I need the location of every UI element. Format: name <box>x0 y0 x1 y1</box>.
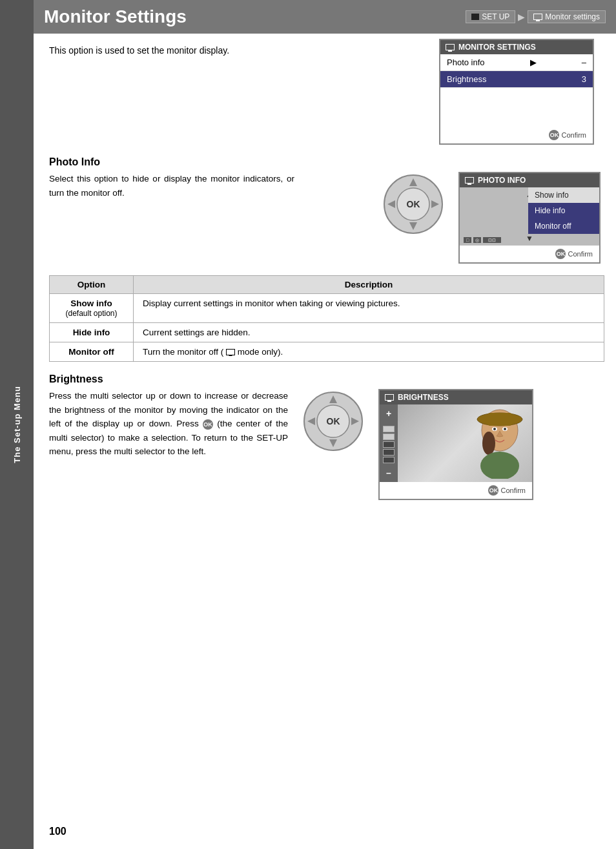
monitor-settings-title: MONITOR SETTINGS <box>458 43 536 52</box>
table-cell-monitor-off-desc: Turn the monitor off ( mode only). <box>134 342 604 362</box>
preview-icon-3: ⊡⊡ <box>483 237 501 243</box>
sidebar: The Set-up Menu <box>0 0 34 849</box>
menu-row-photo-info-value: – <box>582 58 586 67</box>
header-bar: Monitor Settings SET UP ▶ Monitor settin… <box>34 0 616 34</box>
photo-info-heading: Photo Info <box>49 156 601 168</box>
monitor-settings-screenshot: MONITOR SETTINGS Photo info ▶ – Brightne… <box>439 39 594 145</box>
col-description: Description <box>134 276 604 294</box>
monitor-settings-body: Photo info ▶ – Brightness 3 <box>440 54 593 127</box>
brightness-image-area: + – <box>380 404 532 482</box>
monitor-settings-header: MONITOR SETTINGS <box>440 40 593 54</box>
brightness-confirm-label: Confirm <box>500 487 526 494</box>
photo-info-body: Select this option to hide or display th… <box>49 172 294 200</box>
page-number: 100 <box>49 826 67 837</box>
face-sketch-svg <box>464 408 529 479</box>
bar-seg-5 <box>383 457 395 463</box>
photo-info-menu-overlay: Show info Hide info Monitor off <box>528 187 599 246</box>
table-cell-monitor-off-option: Monitor off <box>50 342 134 362</box>
hide-info-label: Hide info <box>73 328 110 337</box>
bar-seg-3 <box>383 441 395 448</box>
photo-info-left: Select this option to hide or display th… <box>49 172 368 200</box>
ok-dial-brightness: OK <box>301 389 365 454</box>
photo-info-section: Photo Info Select this option to hide or… <box>49 156 601 264</box>
brightness-screenshot: BRIGHTNESS + <box>378 389 533 500</box>
setup-icon <box>471 14 479 20</box>
preview-bottom-icons: □ ◎ ⊡⊡ <box>464 237 501 243</box>
menu-empty-space <box>440 88 593 127</box>
menu-row-brightness-value: 3 <box>582 74 586 84</box>
monitor-settings-footer: OK Confirm <box>440 127 593 143</box>
main-content: Monitor Settings SET UP ▶ Monitor settin… <box>34 0 616 849</box>
ok-badge-monitor: OK <box>549 130 559 140</box>
content-area: MONITOR SETTINGS Photo info ▶ – Brightne… <box>34 34 616 512</box>
monitor-settings-confirm-label: Confirm <box>561 131 586 139</box>
show-info-note: (default option) <box>65 309 117 318</box>
svg-point-18 <box>480 452 519 479</box>
sidebar-label: The Set-up Menu <box>12 386 22 463</box>
breadcrumb: SET UP ▶ Monitor settings <box>466 10 606 23</box>
bar-seg-4 <box>383 449 395 456</box>
svg-text:OK: OK <box>327 416 340 426</box>
monitor-mode-icon <box>226 349 235 355</box>
ok-badge-brightness: OK <box>488 485 498 496</box>
svg-rect-16 <box>487 413 513 426</box>
menu-row-photo-info-arrow: ▶ <box>530 58 537 67</box>
monitor-settings-header-icon <box>446 44 455 50</box>
brightness-photo <box>398 404 532 482</box>
breadcrumb-setup-label: SET UP <box>482 12 509 21</box>
brightness-footer: OK Confirm <box>380 482 532 499</box>
photo-info-footer: OK Confirm <box>460 246 599 262</box>
table-cell-show-info-option: Show info (default option) <box>50 294 134 323</box>
monitor-off-label: Monitor off <box>68 347 114 357</box>
table-row-show-info: Show info (default option) Display curre… <box>50 294 604 323</box>
monitor-mode-icon-stand <box>229 355 232 356</box>
photo-info-screenshot-header: PHOTO INFO <box>460 173 599 187</box>
preview-icon-1: □ <box>464 237 471 243</box>
photo-info-screenshot: PHOTO INFO ▲ □ ◎ ⊡⊡ ▼ <box>458 172 601 264</box>
brightness-heading: Brightness <box>49 373 601 385</box>
brightness-bars <box>383 426 395 463</box>
col-option: Option <box>50 276 134 294</box>
breadcrumb-monitor-label: Monitor settings <box>545 12 600 21</box>
photo-info-area: Select this option to hide or display th… <box>49 172 601 264</box>
brightness-bar-area: + – <box>380 404 398 482</box>
brightness-left: Press the multi selector up or down to i… <box>49 389 288 459</box>
bar-seg-1 <box>383 426 395 432</box>
brightness-screenshot-header: BRIGHTNESS <box>380 390 532 404</box>
table-cell-hide-info-option: Hide info <box>50 323 134 342</box>
photo-info-confirm-label: Confirm <box>568 250 593 258</box>
menu-overlay-hide-info: Hide info <box>528 203 599 218</box>
svg-text:OK: OK <box>407 199 420 209</box>
menu-overlay-show-info: Show info <box>528 187 599 203</box>
brightness-screenshot-title: BRIGHTNESS <box>398 393 449 402</box>
menu-row-brightness: Brightness 3 <box>440 71 593 88</box>
breadcrumb-arrow: ▶ <box>518 12 525 22</box>
options-table: Option Description Show info (default op… <box>49 275 604 362</box>
brightness-header-icon <box>385 394 394 401</box>
preview-icon-2: ◎ <box>473 237 481 243</box>
intro-section: MONITOR SETTINGS Photo info ▶ – Brightne… <box>49 45 601 145</box>
photo-info-header-icon <box>465 177 474 183</box>
menu-overlay-monitor-off: Monitor off <box>528 218 599 234</box>
ok-inline-icon: OK <box>203 419 213 430</box>
menu-row-photo-info-label: Photo info <box>447 58 485 67</box>
svg-point-22 <box>504 428 506 430</box>
photo-info-screenshot-title: PHOTO INFO <box>478 176 526 185</box>
ok-dial-svg: OK <box>381 172 446 236</box>
table-cell-hide-info-desc: Current settings are hidden. <box>134 323 604 342</box>
brightness-minus-label: – <box>386 468 391 478</box>
photo-info-preview: ▲ □ ◎ ⊡⊡ ▼ Show info Hide info <box>460 187 599 246</box>
brightness-section: Brightness Press the multi selector up o… <box>49 373 601 500</box>
svg-point-17 <box>482 432 495 455</box>
page-title: Monitor Settings <box>44 6 187 27</box>
ok-dial-photo-info: OK <box>381 172 446 236</box>
brightness-body: Press the multi selector up or down to i… <box>49 389 288 459</box>
ok-dial-brightness-svg: OK <box>301 389 365 454</box>
svg-point-21 <box>493 428 496 430</box>
bar-seg-2 <box>383 434 395 440</box>
brightness-area: Press the multi selector up or down to i… <box>49 389 601 500</box>
menu-row-photo-info: Photo info ▶ – <box>440 54 593 71</box>
monitor-icon-small <box>533 14 542 20</box>
table-row-monitor-off: Monitor off Turn the monitor off ( mode … <box>50 342 604 362</box>
table-row-hide-info: Hide info Current settings are hidden. <box>50 323 604 342</box>
